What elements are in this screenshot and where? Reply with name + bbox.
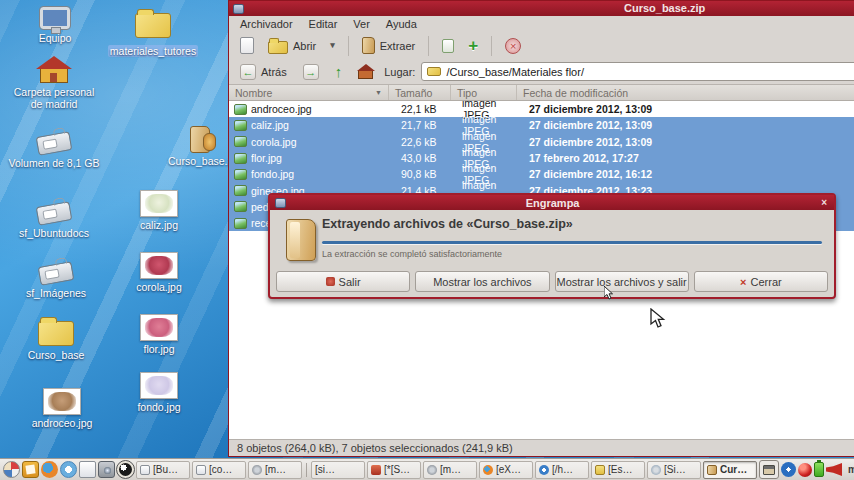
menu-ayuda[interactable]: Ayuda [379,17,424,31]
status-bar: 8 objetos (264,0 kB), 7 objetos seleccio… [229,439,854,456]
menu-archivador[interactable]: Archivador [233,17,300,31]
extract-button[interactable]: Extraer [357,35,420,56]
open-button[interactable]: Abrir [263,36,321,56]
browser-launcher-icon[interactable] [60,461,77,478]
location-input[interactable]: /Curso_base/Materiales flor/ [421,62,854,81]
file-row[interactable]: corola.jpg 22,6 kB imagen JPEG 27 diciem… [229,134,854,150]
dialog-close-icon[interactable]: × [819,197,829,208]
screenshot-launcher-icon[interactable] [98,461,115,478]
clock-date[interactable]: mié 14 [848,464,854,475]
taskbar-task[interactable]: [eX… [479,461,533,479]
view-file-button[interactable] [437,37,459,55]
recorder-launcher-icon[interactable] [117,461,134,478]
add-files-button[interactable]: + [463,35,483,56]
taskbar-task-active[interactable]: Cur… [703,461,757,479]
forward-button[interactable]: → [298,62,324,82]
desktop-icon-volumen[interactable]: Volumen de 8,1 GB [8,126,100,169]
view-file-icon [442,39,454,53]
taskbar: [Bu… [co… [m… [si… [*[S… [m… [eX… [/h… [… [0,458,854,480]
toolbar-separator [348,36,349,56]
desktop-icon-materiales-tutores[interactable]: materiales_tutores [103,8,203,59]
desktop-icon-corola[interactable]: corola.jpg [128,250,190,293]
home-icon [358,70,373,79]
location-label: Lugar: [384,66,415,78]
sort-arrow-icon: ▼ [375,89,382,96]
tray-archive-slot[interactable] [759,460,779,479]
desktop-icon-sf-imagenes[interactable]: sf_Imágenes [14,256,98,299]
notes-launcher-icon[interactable] [22,461,39,478]
up-button[interactable]: ↑ [330,61,348,82]
globe-icon [651,465,661,475]
engrampa-window-icon [233,4,244,14]
dialog-titlebar[interactable]: Engrampa × [270,195,834,210]
home-button[interactable] [353,62,378,81]
taskbar-task[interactable]: [*[S… [367,461,421,479]
toolbar: Abrir ▾ Extraer + × [229,32,854,59]
column-header-tipo[interactable]: Tipo [451,85,517,100]
new-archive-button[interactable] [235,35,259,56]
dialog-body: Extrayendo archivos de «Curso_base.zip» … [322,217,822,259]
desktop-icon-androceo[interactable]: androceo.jpg [26,386,98,429]
delete-button[interactable]: × [500,36,526,56]
taskbar-task[interactable]: [Es… [591,461,645,479]
taskbar-task[interactable]: [/h… [535,461,589,479]
extraction-dialog: Engrampa × Extrayendo archivos de «Curso… [268,193,836,299]
dialog-status-text: La extracción se completó satisfactoriam… [322,249,822,259]
taskbar-task[interactable]: [m… [423,461,477,479]
column-header-tamano[interactable]: Tamaño [389,85,451,100]
show-files-button[interactable]: Mostrar los archivos [415,271,549,292]
taskbar-task[interactable]: [Si… [647,461,701,479]
camera-icon [427,465,437,475]
image-file-icon [234,201,247,212]
image-file-icon [234,185,247,196]
desktop: Equipo materiales_tutores Carpeta person… [0,0,854,480]
desktop-icon-caliz[interactable]: caliz.jpg [128,188,190,231]
taskbar-task[interactable]: [Bu… [136,461,190,479]
window-title: Curso_base.zip [624,2,705,14]
removable-drive-icon [36,131,73,156]
close-x-icon: × [740,276,746,288]
firefox-icon [483,465,493,475]
desktop-icon-curso-base-zip[interactable]: Curso_base.z [168,124,232,167]
file-row[interactable]: flor.jpg 43,0 kB imagen JPEG 17 febrero … [229,150,854,166]
desktop-icon-curso-base-folder[interactable]: Curso_base [20,316,92,361]
file-manager-icon [539,465,549,475]
menu-ver[interactable]: Ver [346,17,377,31]
taskbar-task[interactable]: [m… [248,461,302,479]
file-row[interactable]: androceo.jpg 22,1 kB imagen JPEG 27 dici… [229,101,854,117]
progress-bar [322,241,822,244]
column-header-fecha[interactable]: Fecha de modificación [517,85,854,100]
image-thumbnail-icon [140,314,178,341]
document-icon [196,465,206,475]
desktop-icon-fondo[interactable]: fondo.jpg [128,370,190,413]
menu-editar[interactable]: Editar [302,17,345,31]
close-button[interactable]: × Cerrar [694,271,828,292]
image-thumbnail-icon [43,388,81,415]
image-thumbnail-icon [140,252,178,279]
quit-button[interactable]: Salir [276,271,410,292]
tray-swirl-icon[interactable] [781,462,796,477]
window-titlebar[interactable]: Curso_base.zip [229,1,854,16]
up-arrow-icon: ↑ [335,63,343,80]
show-files-and-quit-button[interactable]: Mostrar los archivos y salir [555,271,689,292]
text-editor-launcher-icon[interactable] [79,461,96,478]
location-bar: ← Atrás → ↑ Lugar: /Curso_base/Materiale… [229,59,854,84]
desktop-icon-equipo[interactable]: Equipo [24,5,86,44]
taskbar-task[interactable]: [co… [192,461,246,479]
desktop-icon-carpeta-personal[interactable]: Carpeta personal de madrid [10,52,98,110]
file-row[interactable]: fondo.jpg 90,8 kB imagen JPEG 27 diciemb… [229,166,854,182]
column-header-nombre[interactable]: Nombre ▼ [229,85,389,100]
open-dropdown-button[interactable]: ▾ [325,39,340,52]
firefox-launcher-icon[interactable] [41,461,58,478]
folder-icon [427,67,441,76]
tray-record-icon[interactable] [798,463,812,477]
battery-icon[interactable] [814,462,824,477]
file-row[interactable]: caliz.jpg 21,7 kB imagen JPEG 27 diciemb… [229,117,854,133]
desktop-icon-sf-ubuntudocs[interactable]: sf_Ubuntudocs [12,196,96,239]
image-file-icon [234,104,247,115]
taskbar-task[interactable]: [si… [311,461,365,479]
volume-icon[interactable] [826,463,842,476]
desktop-icon-flor[interactable]: flor.jpg [128,312,190,355]
back-button[interactable]: ← Atrás [235,62,292,82]
app-menu-icon[interactable] [3,461,20,478]
